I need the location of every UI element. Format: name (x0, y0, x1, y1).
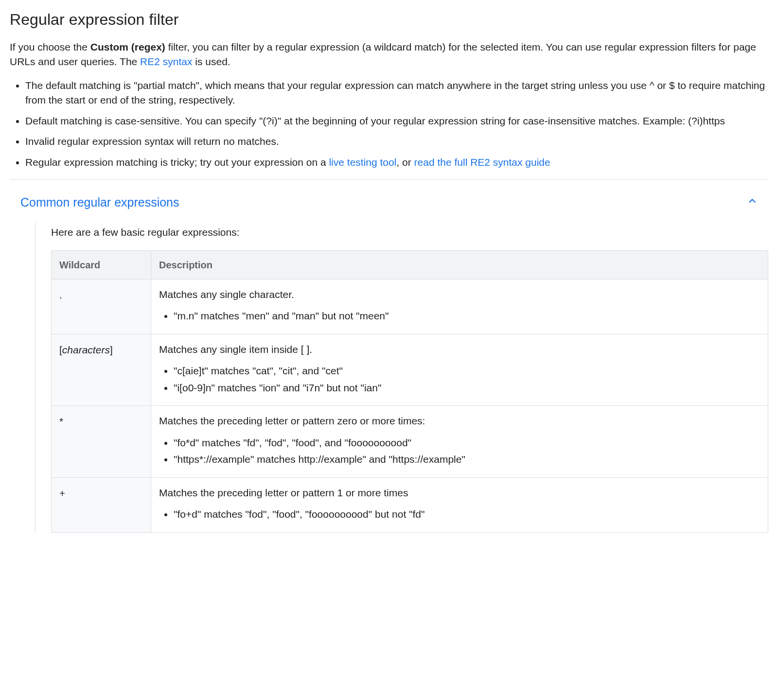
description-cell: Matches the preceding letter or pattern … (151, 477, 768, 532)
list-item: Regular expression matching is tricky; t… (25, 155, 768, 170)
wildcard-cell: * (52, 406, 151, 477)
page-title: Regular expression filter (10, 8, 768, 31)
wildcard-cell: [characters] (52, 334, 151, 406)
header-wildcard: Wildcard (52, 251, 151, 280)
example-item: "fo+d" matches "fod", "food", "foooooooo… (174, 507, 760, 523)
example-item: "https*://example" matches http://exampl… (174, 452, 760, 468)
description-text: Matches any single character. (159, 287, 760, 301)
intro-pre: If you choose the (10, 41, 90, 52)
description-text: Matches the preceding letter or pattern … (159, 414, 760, 428)
list-item: The default matching is "partial match",… (25, 78, 768, 108)
example-item: "c[aie]t" matches "cat", "cit", and "cet… (174, 363, 760, 379)
table-row: * Matches the preceding letter or patter… (52, 406, 768, 477)
live-testing-tool-link[interactable]: live testing tool (329, 157, 396, 168)
intro-suffix: is used. (192, 56, 230, 67)
wildcard-cell: . (52, 280, 151, 334)
accordion-header[interactable]: Common regular expressions (10, 184, 768, 222)
description-text: Matches the preceding letter or pattern … (159, 486, 760, 500)
intro-bold: Custom (regex) (90, 41, 165, 52)
intro-paragraph: If you choose the Custom (regex) filter,… (10, 40, 768, 70)
re2-guide-link[interactable]: read the full RE2 syntax guide (414, 157, 550, 168)
table-row: [characters] Matches any single item ins… (52, 334, 768, 406)
table-row: + Matches the preceding letter or patter… (52, 477, 768, 532)
list-item: Invalid regular expression syntax will r… (25, 134, 768, 149)
wc-post: ] (110, 344, 113, 355)
divider (10, 179, 768, 180)
re2-syntax-link[interactable]: RE2 syntax (140, 56, 192, 67)
example-list: "c[aie]t" matches "cat", "cit", and "cet… (159, 363, 760, 396)
description-cell: Matches the preceding letter or pattern … (151, 406, 768, 477)
header-description: Description (151, 251, 768, 280)
wildcard-cell: + (52, 477, 151, 532)
example-list: "m.n" matches "men" and "man" but not "m… (159, 308, 760, 324)
accordion-body: Here are a few basic regular expressions… (35, 222, 768, 533)
description-cell: Matches any single item inside [ ]. "c[a… (151, 334, 768, 406)
example-item: "fo*d" matches "fd", "fod", "food", and … (174, 435, 760, 451)
accordion-intro: Here are a few basic regular expressions… (51, 225, 768, 240)
list-item-text-pre: Regular expression matching is tricky; t… (25, 157, 329, 168)
notes-list: The default matching is "partial match",… (10, 78, 768, 170)
table-row: . Matches any single character. "m.n" ma… (52, 280, 768, 334)
chevron-up-icon (747, 194, 758, 210)
accordion-title: Common regular expressions (20, 193, 179, 212)
example-item: "i[o0-9]n" matches "ion" and "i7n" but n… (174, 380, 760, 396)
wc-ital: characters (62, 344, 110, 355)
description-text: Matches any single item inside [ ]. (159, 342, 760, 356)
example-list: "fo*d" matches "fd", "fod", "food", and … (159, 435, 760, 468)
example-list: "fo+d" matches "fod", "food", "foooooooo… (159, 507, 760, 523)
regex-table: Wildcard Description . Matches any singl… (51, 250, 768, 533)
table-header-row: Wildcard Description (52, 251, 768, 280)
description-cell: Matches any single character. "m.n" matc… (151, 280, 768, 334)
list-item-text-mid: , or (396, 157, 414, 168)
example-item: "m.n" matches "men" and "man" but not "m… (174, 308, 760, 324)
list-item: Default matching is case-sensitive. You … (25, 114, 768, 128)
